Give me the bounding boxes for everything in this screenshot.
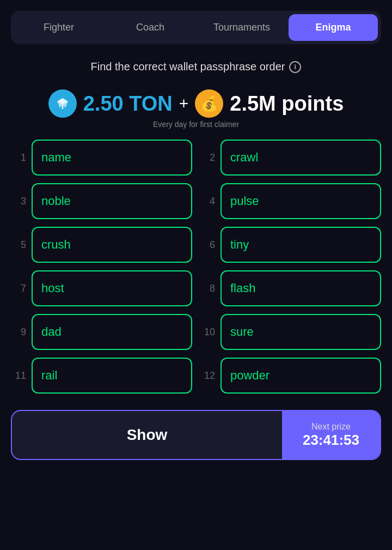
word-box-7[interactable]: host (32, 270, 192, 306)
word-box-12[interactable]: powder (220, 358, 381, 394)
word-cell-12: 12 powder (200, 358, 381, 394)
word-box-3[interactable]: noble (32, 183, 192, 219)
word-box-6[interactable]: tiny (220, 227, 381, 263)
tab-enigma[interactable]: Enigma (289, 14, 378, 41)
word-number-4: 4 (200, 196, 215, 207)
word-cell-9: 9 dad (11, 314, 192, 350)
word-number-5: 5 (11, 239, 26, 251)
coin-icon: 💰 (195, 89, 223, 118)
points-amount: 2.5M points (230, 92, 344, 116)
word-number-7: 7 (11, 283, 26, 294)
word-number-6: 6 (200, 239, 215, 251)
word-number-9: 9 (11, 327, 26, 338)
word-grid: 1 name 2 crawl 3 noble 4 pulse 5 crush 6… (11, 140, 381, 394)
show-button[interactable]: Show (12, 411, 282, 459)
tab-bar: Fighter Coach Tournaments Enigma (11, 11, 381, 44)
word-cell-2: 2 crawl (200, 140, 381, 176)
word-number-2: 2 (200, 152, 215, 164)
tab-coach[interactable]: Coach (106, 14, 195, 41)
prize-row: 2.50 TON + 💰 2.5M points (48, 89, 344, 118)
word-cell-10: 10 sure (200, 314, 381, 350)
word-number-1: 1 (11, 152, 26, 164)
word-box-11[interactable]: rail (32, 358, 192, 394)
word-cell-4: 4 pulse (200, 183, 381, 219)
prize-subtitle: Every day for first claimer (153, 120, 239, 129)
word-cell-3: 3 noble (11, 183, 192, 219)
word-number-12: 12 (200, 370, 215, 382)
word-box-10[interactable]: sure (220, 314, 381, 350)
header-title-text: Find the correct wallet passphrase order (91, 61, 285, 73)
word-number-8: 8 (200, 283, 215, 294)
word-box-4[interactable]: pulse (220, 183, 381, 219)
word-cell-1: 1 name (11, 140, 192, 176)
word-cell-11: 11 rail (11, 358, 192, 394)
word-number-3: 3 (11, 196, 26, 207)
word-cell-7: 7 host (11, 270, 192, 306)
tab-fighter[interactable]: Fighter (14, 14, 103, 41)
info-icon[interactable]: i (289, 61, 301, 73)
countdown-timer: 23:41:53 (303, 432, 359, 449)
tab-tournaments[interactable]: Tournaments (197, 14, 286, 41)
word-number-11: 11 (11, 370, 26, 382)
word-cell-5: 5 crush (11, 227, 192, 263)
word-box-1[interactable]: name (32, 140, 192, 176)
word-cell-8: 8 flash (200, 270, 381, 306)
ton-amount: 2.50 TON (83, 92, 173, 116)
word-cell-6: 6 tiny (200, 227, 381, 263)
word-number-10: 10 (200, 327, 215, 338)
word-box-5[interactable]: crush (32, 227, 192, 263)
action-bar: Show Next prize 23:41:53 (11, 410, 381, 460)
page-header: Find the correct wallet passphrase order… (91, 61, 302, 73)
word-box-8[interactable]: flash (220, 270, 381, 306)
next-prize-panel: Next prize 23:41:53 (282, 411, 380, 459)
plus-sign: + (179, 94, 189, 113)
next-prize-label: Next prize (311, 422, 351, 432)
word-box-9[interactable]: dad (32, 314, 192, 350)
ton-icon (48, 89, 77, 118)
word-box-2[interactable]: crawl (220, 140, 381, 176)
